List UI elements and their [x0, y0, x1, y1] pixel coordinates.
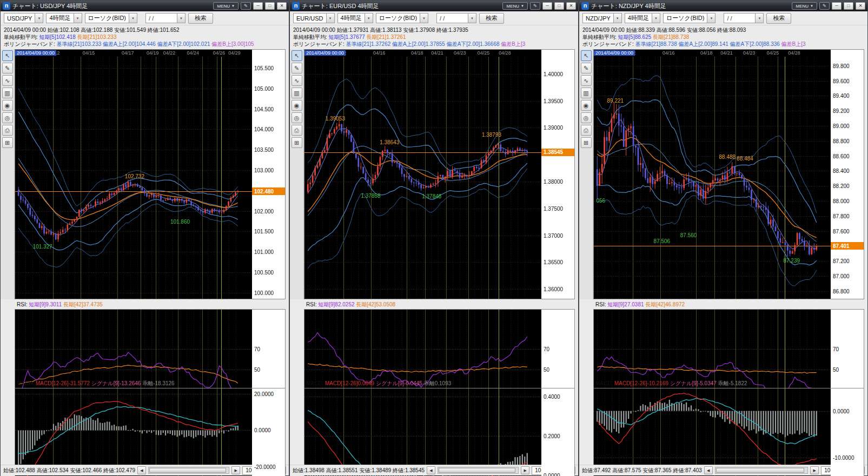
scroll-left-button[interactable]: ◀ [704, 466, 713, 474]
draw-tool-icon[interactable]: ✎ [2, 63, 13, 73]
chart-style-select[interactable]: ローソク(BID)▼ [85, 13, 137, 23]
draw-tool-icon[interactable]: ✎ [581, 63, 592, 73]
minimize-button[interactable]: ─ [832, 2, 842, 10]
indicator-tool-icon[interactable]: ▥ [291, 88, 302, 98]
scrollbar-thumb[interactable] [149, 468, 226, 473]
edit-tool-icon[interactable]: ✎ [819, 2, 830, 10]
date-label: 04/17 [122, 50, 134, 56]
search-button[interactable]: 検索 [479, 13, 504, 24]
left-margin [579, 388, 593, 476]
axis-tick-label: 1.39500 [544, 98, 563, 104]
chart-scrollbar[interactable] [715, 467, 809, 474]
cursor-tool-icon[interactable]: ↖ [2, 50, 13, 61]
menu-button[interactable]: MENU▼ [213, 2, 238, 10]
menu-label: MENU [796, 4, 809, 9]
chevron-down-icon: ▼ [74, 14, 82, 23]
macd-canvas[interactable] [15, 388, 252, 476]
view-tool-icon[interactable]: ◎ [2, 112, 13, 123]
close-button[interactable]: ✕ [856, 2, 865, 10]
compare-tool-icon[interactable]: ◉ [291, 100, 302, 111]
line-chart-tool-icon[interactable]: ∿ [581, 75, 592, 86]
timeframe-select[interactable]: 4時間足▼ [337, 13, 373, 23]
pair-select[interactable]: NZD/JPY▼ [582, 13, 622, 23]
info-segment: 短期[5]1.37677 [329, 34, 367, 40]
chart-style-select[interactable]: ローソク(BID)▼ [663, 13, 715, 23]
ohlc-info: 2014/04/09 00:00 始値:88.339 高値:88.596 安値:… [579, 25, 867, 49]
timeframe-select[interactable]: 4時間足▼ [625, 13, 660, 23]
edit-tool-icon[interactable]: ✎ [530, 2, 540, 10]
axis-tick-label: 88.600 [833, 153, 850, 159]
layout-tool-icon[interactable]: ⊞ [581, 137, 592, 148]
draw-tool-icon[interactable]: ✎ [291, 63, 302, 73]
scrollbar-thumb[interactable] [439, 468, 515, 473]
chevron-down-icon: ▼ [365, 14, 373, 23]
pair-select[interactable]: EUR/USD▼ [293, 13, 335, 23]
macd-canvas[interactable] [304, 388, 541, 476]
compare-tool-icon[interactable]: ◉ [2, 100, 13, 111]
search-button[interactable]: 検索 [766, 13, 791, 24]
line-chart-tool-icon[interactable]: ∿ [291, 75, 302, 86]
date-input[interactable]: / /▼ [724, 13, 764, 23]
line-chart-tool-icon[interactable]: ∿ [2, 75, 13, 86]
chart-toolbar: EUR/USD▼ 4時間足▼ ローソク(BID)▼ / /▼ 検索 [290, 11, 578, 25]
menu-button[interactable]: MENU▼ [792, 2, 817, 10]
date-input[interactable]: / /▼ [145, 13, 185, 23]
maximize-button[interactable]: □ [265, 2, 275, 10]
chevron-down-icon: ▼ [707, 14, 715, 23]
axis-tick-label: -20.0000 [254, 464, 275, 470]
latest-ohlc: 始値:87.492 高値:87.575 安値:87.365 終値:87.403 [582, 467, 702, 474]
chart-scrollbar[interactable] [438, 467, 519, 474]
pair-select[interactable]: USD/JPY▼ [4, 13, 43, 23]
maximize-button[interactable]: □ [844, 2, 853, 10]
close-button[interactable]: ✕ [277, 2, 287, 10]
macd-canvas[interactable] [593, 388, 831, 476]
timeframe-select-value: 4時間足 [628, 14, 649, 22]
compare-tool-icon[interactable]: ◉ [581, 100, 592, 111]
date-input-value: / / [149, 15, 154, 22]
print-tool-icon[interactable]: ⎙ [291, 125, 302, 136]
chart-scrollbar[interactable] [148, 467, 229, 474]
scroll-right-button[interactable]: ▶ [231, 466, 240, 474]
app-logo-icon: n [581, 2, 589, 10]
price-axis: 89.80089.60089.40089.20089.00088.80088.6… [831, 49, 864, 299]
price-chart-canvas[interactable] [15, 57, 252, 299]
scrollbar-thumb[interactable] [716, 468, 805, 473]
tool-sidebar: ↖✎∿▥◉◎⎙⊞ [579, 49, 593, 299]
maximize-button[interactable]: □ [554, 2, 564, 10]
print-tool-icon[interactable]: ⎙ [2, 125, 13, 136]
view-tool-icon[interactable]: ◎ [291, 112, 302, 123]
price-chart-canvas[interactable] [304, 57, 541, 299]
info-segment: 偏差B上[3 [501, 41, 525, 47]
axis-tick-label: 0.4000 [544, 393, 560, 399]
rsi-header: RSI: 短期[9]27.0381 長期[42]46.8972 [579, 301, 867, 309]
info-segment: 長期[42]53.0508 [356, 301, 395, 307]
layout-tool-icon[interactable]: ⊞ [291, 137, 302, 148]
cursor-tool-icon[interactable]: ↖ [581, 50, 592, 61]
layout-tool-icon[interactable]: ⊞ [2, 137, 13, 148]
info-segment: 短期[9]82.0252 [318, 301, 356, 307]
cursor-tool-icon[interactable]: ↖ [291, 50, 302, 61]
scroll-right-button[interactable]: ▶ [810, 466, 819, 474]
info-segment: RSI: [17, 301, 29, 307]
axis-tick-label: 86.800 [833, 289, 850, 294]
search-button[interactable]: 検索 [188, 13, 213, 24]
minimize-button[interactable]: ─ [253, 2, 263, 10]
scroll-right-button[interactable]: ▶ [521, 466, 529, 474]
date-input[interactable]: / /▼ [436, 13, 476, 23]
print-tool-icon[interactable]: ⎙ [581, 125, 592, 136]
scroll-left-button[interactable]: ◀ [427, 466, 435, 474]
edit-tool-icon[interactable]: ✎ [241, 2, 251, 10]
bollinger-info-line: ボリンジャーバンド: 基準線[21]1.37262 偏差A上[2.00]1.37… [293, 41, 575, 48]
timeframe-select[interactable]: 4時間足▼ [46, 13, 82, 23]
chart-style-select[interactable]: ローソク(BID)▼ [376, 13, 428, 23]
indicator-tool-icon[interactable]: ▥ [581, 88, 592, 98]
close-button[interactable]: ✕ [566, 2, 576, 10]
minimize-button[interactable]: ─ [542, 2, 552, 10]
info-segment: 偏差B上[3.00]105 [211, 41, 254, 47]
timeframe-select-value: 4時間足 [49, 14, 70, 22]
menu-button[interactable]: MENU▼ [502, 2, 528, 10]
indicator-tool-icon[interactable]: ▥ [2, 88, 13, 98]
scroll-left-button[interactable]: ◀ [137, 466, 146, 474]
price-chart-canvas[interactable] [594, 57, 831, 299]
view-tool-icon[interactable]: ◎ [581, 112, 592, 123]
